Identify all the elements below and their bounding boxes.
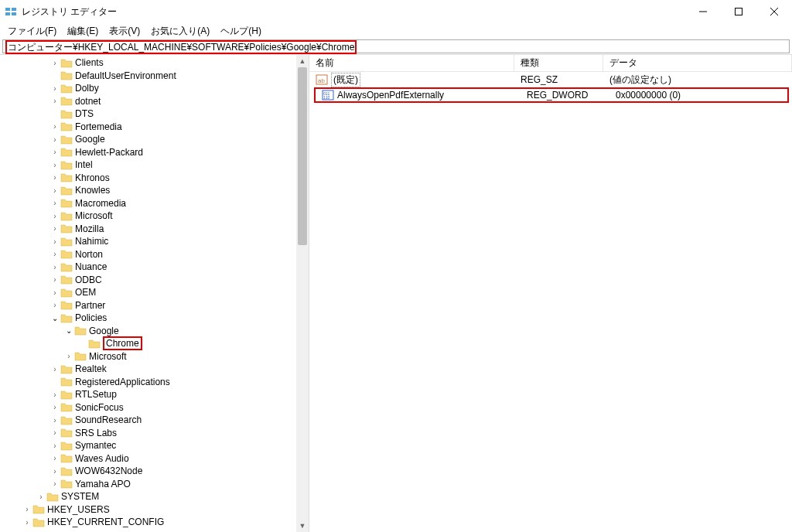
folder-icon <box>88 338 101 349</box>
tree-item[interactable]: ›Intel <box>0 159 309 172</box>
tree-item[interactable]: ›Norton <box>0 248 309 261</box>
expand-icon[interactable]: › <box>50 275 60 284</box>
expand-icon[interactable]: › <box>50 122 60 131</box>
expand-icon[interactable]: › <box>50 84 60 93</box>
tree-item[interactable]: ›SRS Labs <box>0 427 309 440</box>
scroll-track[interactable] <box>296 67 309 520</box>
registry-tree[interactable]: ›ClientsDefaultUserEnvironment›Dolby›dot… <box>0 55 309 530</box>
expand-icon[interactable]: › <box>50 97 60 105</box>
expand-icon[interactable]: › <box>50 390 60 399</box>
expand-icon[interactable]: › <box>50 288 60 297</box>
scroll-up-icon[interactable]: ▲ <box>296 55 309 67</box>
menu-edit[interactable]: 編集(E) <box>63 24 103 39</box>
expand-icon[interactable]: › <box>50 479 60 488</box>
tree-item[interactable]: ›Microsoft <box>0 350 309 363</box>
minimize-button[interactable] <box>685 0 721 23</box>
tree-scrollbar[interactable]: ▲ ▼ <box>296 55 309 532</box>
expand-icon[interactable]: › <box>50 454 60 462</box>
value-row[interactable]: 011110AlwaysOpenPdfExternallyREG_DWORD0x… <box>314 87 789 103</box>
tree-item-label: Partner <box>75 300 105 311</box>
tree-item[interactable]: ›SoundResearch <box>0 414 309 427</box>
tree-item[interactable]: ›Google <box>0 133 309 146</box>
tree-item[interactable]: ›HKEY_USERS <box>0 503 309 517</box>
expand-icon[interactable]: › <box>63 352 74 360</box>
col-name[interactable]: 名前 <box>309 55 514 71</box>
expand-icon[interactable]: › <box>36 493 46 501</box>
expand-icon[interactable]: › <box>50 301 60 309</box>
expand-icon[interactable]: › <box>50 365 60 373</box>
collapse-icon[interactable]: ⌄ <box>50 314 60 322</box>
expand-icon[interactable]: › <box>50 224 60 233</box>
expand-icon[interactable]: › <box>50 186 60 195</box>
expand-icon[interactable]: › <box>50 428 60 437</box>
tree-item[interactable]: ›dotnet <box>0 95 309 108</box>
tree-item[interactable]: ›RTLSetup <box>0 388 309 401</box>
tree-item[interactable]: Chrome <box>0 337 309 350</box>
expand-icon[interactable]: › <box>50 416 60 425</box>
tree-item[interactable]: ›Waves Audio <box>0 452 309 466</box>
tree-item[interactable]: ›ODBC <box>0 274 309 287</box>
maximize-button[interactable] <box>721 0 756 23</box>
tree-item[interactable]: ›Symantec <box>0 439 309 452</box>
expand-icon[interactable]: › <box>50 135 60 144</box>
expand-icon[interactable]: › <box>50 403 60 411</box>
value-type-cell: REG_SZ <box>514 74 603 85</box>
expand-icon[interactable]: › <box>50 442 60 450</box>
col-data[interactable]: データ <box>603 55 792 71</box>
tree-item[interactable]: ›OEM <box>0 286 309 299</box>
tree-item[interactable]: ›Mozilla <box>0 223 309 236</box>
expand-icon[interactable]: › <box>22 505 32 513</box>
values-list[interactable]: ab(既定)REG_SZ(値の設定なし)011110AlwaysOpenPdfE… <box>309 72 792 103</box>
expand-icon[interactable]: › <box>50 59 60 67</box>
tree-item[interactable]: DefaultUserEnvironment <box>0 70 309 83</box>
tree-item[interactable]: ›Knowles <box>0 184 309 197</box>
tree-item[interactable]: ›Macromedia <box>0 197 309 210</box>
tree-item[interactable]: ›Partner <box>0 299 309 312</box>
col-type[interactable]: 種類 <box>514 55 603 71</box>
expand-icon[interactable]: › <box>50 173 60 182</box>
collapse-icon[interactable]: ⌄ <box>63 326 74 335</box>
menu-file[interactable]: ファイル(F) <box>3 24 61 39</box>
tree-item[interactable]: ›Yamaha APO <box>0 478 309 491</box>
expand-icon[interactable]: › <box>50 250 60 258</box>
tree-item[interactable]: ›Realtek <box>0 363 309 376</box>
expand-icon[interactable]: › <box>50 237 60 246</box>
tree-item[interactable]: ⌄Policies <box>0 312 309 325</box>
expand-icon[interactable]: › <box>50 199 60 207</box>
tree-item[interactable]: ⌄Google <box>0 325 309 338</box>
tree-item[interactable]: DTS <box>0 107 309 121</box>
expand-icon[interactable]: › <box>50 161 60 169</box>
menu-favorites[interactable]: お気に入り(A) <box>146 24 214 39</box>
tree-item-label: SRS Labs <box>75 428 117 438</box>
tree-item[interactable]: ›Microsoft <box>0 210 309 223</box>
tree-item-label: Waves Audio <box>75 453 129 464</box>
scroll-thumb[interactable] <box>298 67 307 245</box>
expand-icon[interactable]: › <box>50 148 60 156</box>
expand-icon[interactable]: › <box>50 263 60 271</box>
tree-item[interactable]: ›Dolby <box>0 82 309 95</box>
tree-item-label: SoundResearch <box>75 414 142 425</box>
folder-icon <box>60 159 73 170</box>
tree-item[interactable]: ›HKEY_CURRENT_CONFIG <box>0 516 309 529</box>
tree-item[interactable]: ›Fortemedia <box>0 121 309 134</box>
tree-item[interactable]: ›Nahimic <box>0 235 309 248</box>
menu-view[interactable]: 表示(V) <box>104 24 145 39</box>
tree-item[interactable]: ›Khronos <box>0 172 309 185</box>
folder-icon <box>60 428 73 438</box>
tree-item[interactable]: ›Hewlett-Packard <box>0 146 309 159</box>
address-bar[interactable]: コンピューター¥HKEY_LOCAL_MACHINE¥SOFTWARE¥Poli… <box>2 39 790 53</box>
scroll-down-icon[interactable]: ▼ <box>296 520 309 532</box>
tree-item[interactable]: ›Clients <box>0 56 309 70</box>
folder-icon <box>60 70 73 81</box>
tree-item[interactable]: ›SYSTEM <box>0 490 309 503</box>
close-button[interactable] <box>756 0 792 23</box>
tree-item[interactable]: ›SonicFocus <box>0 401 309 414</box>
expand-icon[interactable]: › <box>50 467 60 476</box>
tree-item[interactable]: ›Nuance <box>0 261 309 274</box>
value-row[interactable]: ab(既定)REG_SZ(値の設定なし) <box>309 72 792 87</box>
expand-icon[interactable]: › <box>50 212 60 220</box>
tree-item[interactable]: RegisteredApplications <box>0 376 309 389</box>
menu-help[interactable]: ヘルプ(H) <box>216 24 266 39</box>
expand-icon[interactable]: › <box>22 518 32 527</box>
tree-item[interactable]: ›WOW6432Node <box>0 465 309 478</box>
